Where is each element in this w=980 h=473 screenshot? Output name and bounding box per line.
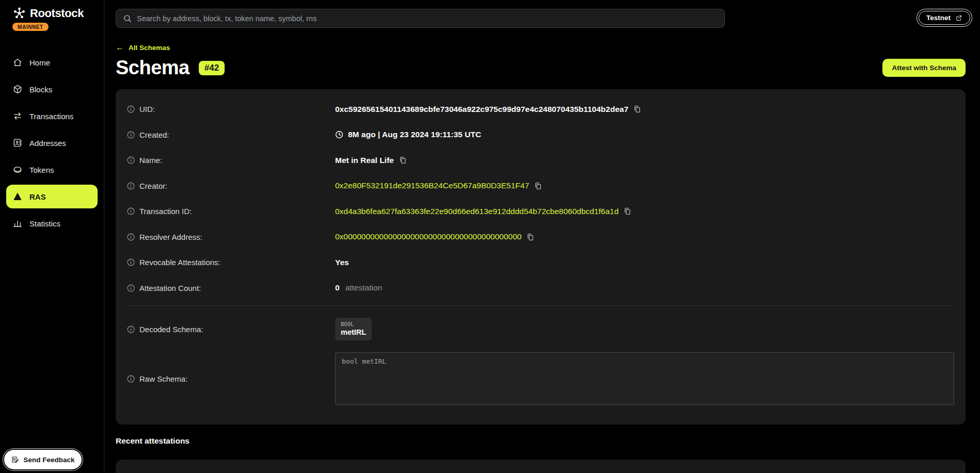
revocable-label: Revocable Attestations:	[139, 258, 220, 267]
sidebar-item-statistics[interactable]: Statistics	[0, 211, 104, 235]
detail-row-attestation-count: Attestation Count: 0 attestation	[127, 275, 954, 301]
sidebar-item-tokens[interactable]: Tokens	[0, 158, 104, 182]
transactions-icon	[12, 111, 23, 121]
field-name: metIRL	[341, 328, 366, 336]
resolver-address-label: Resolver Address:	[139, 233, 202, 241]
raw-schema-textarea[interactable]: bool metIRL	[335, 352, 954, 405]
network-switch-label: Testnet	[926, 14, 951, 22]
ras-attestation-icon	[12, 191, 23, 202]
sidebar-item-addresses[interactable]: Addresses	[0, 131, 104, 155]
copy-icon[interactable]	[399, 156, 407, 165]
info-icon[interactable]	[127, 156, 135, 164]
transaction-id-label: Transaction ID:	[139, 207, 192, 216]
search-input[interactable]	[137, 14, 717, 23]
rootstock-logo-icon	[12, 6, 26, 20]
statistics-bars-icon	[12, 218, 23, 229]
resolver-address-link[interactable]: 0x00000000000000000000000000000000000000…	[335, 232, 521, 241]
network-badge: MAINNET	[12, 23, 49, 31]
info-icon[interactable]	[127, 233, 135, 241]
schema-field-chip: BOOL metIRL	[335, 318, 372, 340]
external-link-icon	[955, 14, 962, 22]
send-feedback-button[interactable]: Send Feedback	[4, 450, 82, 469]
attestation-count-label: Attestation Count:	[139, 284, 201, 292]
detail-row-uid: UID: 0xc59265615401143689cbfe73046a922c9…	[127, 96, 954, 122]
info-icon[interactable]	[127, 258, 135, 266]
decoded-schema-label: Decoded Schema:	[139, 325, 203, 334]
info-icon[interactable]	[127, 325, 135, 333]
info-icon[interactable]	[127, 131, 135, 139]
home-icon	[12, 57, 23, 68]
copy-icon[interactable]	[633, 105, 641, 113]
page-title: Schema #42	[116, 57, 225, 79]
brand-logo[interactable]: Rootstock	[0, 0, 104, 20]
creator-label: Creator:	[139, 182, 167, 190]
creator-address-link[interactable]: 0x2e80F532191de291536B24Ce5D67a9B0D3E51F…	[335, 181, 529, 190]
topbar: Testnet	[104, 0, 980, 28]
sidebar: Rootstock MAINNET Home Blocks Transactio…	[0, 0, 104, 473]
attestation-count-unit: attestation	[345, 283, 383, 292]
info-icon[interactable]	[127, 207, 135, 215]
search-box[interactable]	[116, 9, 725, 28]
copy-icon[interactable]	[534, 182, 542, 190]
search-icon	[123, 14, 132, 23]
uid-value: 0xc59265615401143689cbfe73046a922c975c99…	[335, 105, 628, 114]
info-icon[interactable]	[127, 375, 135, 383]
transaction-id-link[interactable]: 0xd4a3b6fea627fa63363fe22e90d66ed613e912…	[335, 207, 619, 216]
detail-row-creator: Creator: 0x2e80F532191de291536B24Ce5D67a…	[127, 173, 954, 199]
detail-row-transaction-id: Transaction ID: 0xd4a3b6fea627fa63363fe2…	[127, 199, 954, 224]
schema-id-badge: #42	[199, 61, 225, 75]
recent-attestations-table: UID Schema From To Type Date Time (UTC)	[116, 460, 966, 473]
token-coin-icon	[12, 165, 23, 175]
sidebar-item-ras[interactable]: RAS	[6, 185, 98, 208]
info-icon[interactable]	[127, 284, 135, 292]
back-arrow-icon: ←	[116, 43, 124, 52]
main-area: Testnet ← All Schemas Schema #42 Attest …	[104, 0, 980, 473]
attestation-count-value: 0	[335, 283, 340, 292]
detail-row-raw-schema: Raw Schema: bool metIRL	[127, 352, 954, 405]
address-book-icon	[12, 138, 23, 148]
sidebar-nav: Home Blocks Transactions Addresses	[0, 51, 104, 235]
clock-icon	[335, 131, 343, 139]
section-divider	[127, 305, 954, 306]
info-icon[interactable]	[127, 182, 135, 190]
uid-label: UID:	[139, 105, 155, 113]
network-switch-button[interactable]: Testnet	[916, 9, 972, 27]
recent-attestations-title: Recent attestations	[116, 436, 966, 446]
copy-icon[interactable]	[526, 233, 534, 241]
sidebar-item-transactions[interactable]: Transactions	[0, 104, 104, 128]
feedback-memo-icon	[11, 455, 19, 464]
created-label: Created:	[139, 131, 169, 139]
sidebar-item-home[interactable]: Home	[0, 51, 104, 74]
field-type: BOOL	[341, 321, 366, 327]
info-icon[interactable]	[127, 105, 135, 113]
created-value: 8M ago | Aug 23 2024 19:11:35 UTC	[348, 130, 481, 139]
detail-row-decoded-schema: Decoded Schema: BOOL metIRL	[127, 314, 954, 344]
name-label: Name:	[139, 156, 162, 165]
sidebar-item-blocks[interactable]: Blocks	[0, 77, 104, 101]
cube-icon	[12, 84, 23, 94]
detail-row-resolver-address: Resolver Address: 0x00000000000000000000…	[127, 224, 954, 250]
table-header-row: UID Schema From To Type Date Time (UTC)	[116, 460, 966, 473]
title-row: Schema #42 Attest with Schema	[116, 57, 966, 79]
schema-details-card: UID: 0xc59265615401143689cbfe73046a922c9…	[116, 89, 966, 425]
raw-schema-label: Raw Schema:	[139, 374, 187, 383]
revocable-value: Yes	[335, 258, 349, 267]
schema-name-value: Met in Real Life	[335, 156, 394, 165]
attest-with-schema-button[interactable]: Attest with Schema	[882, 59, 966, 77]
detail-row-created: Created: 8M ago | Aug 23 2024 19:11:35 U…	[127, 122, 954, 148]
brand-name: Rootstock	[30, 7, 84, 20]
back-link[interactable]: ← All Schemas	[116, 43, 170, 52]
copy-icon[interactable]	[623, 207, 631, 216]
detail-row-revocable: Revocable Attestations: Yes	[127, 250, 954, 275]
detail-row-name: Name: Met in Real Life	[127, 148, 954, 173]
schema-page: ← All Schemas Schema #42 Attest with Sch…	[104, 28, 980, 473]
